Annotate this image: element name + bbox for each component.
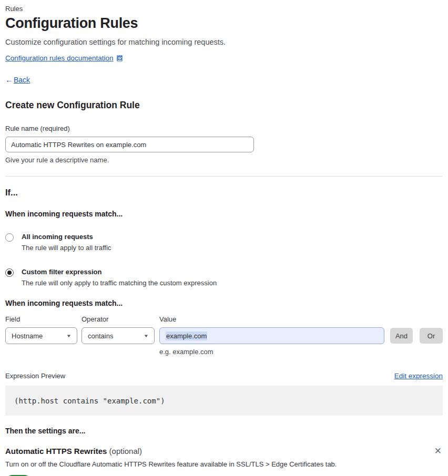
- or-button[interactable]: Or: [420, 328, 443, 344]
- operator-select[interactable]: contains ▼: [82, 327, 155, 344]
- operator-select-value: contains: [88, 332, 113, 340]
- radio-description: The rule will apply to all traffic: [22, 244, 111, 252]
- radio-custom-filter-expression[interactable]: Custom filter expression The rule will o…: [5, 268, 443, 287]
- section-divider: [5, 176, 443, 177]
- if-heading: If...: [5, 188, 443, 198]
- setting-name: Automatic HTTPS Rewrites: [5, 447, 107, 456]
- rule-name-label: Rule name (required): [5, 125, 443, 132]
- value-input[interactable]: example.com: [159, 327, 384, 344]
- value-help: e.g. example.com: [159, 348, 443, 356]
- setting-optional: (optional): [107, 447, 142, 456]
- radio-label: Custom filter expression: [22, 268, 217, 276]
- configuration-rules-page: Rules Configuration Rules Customize conf…: [0, 5, 448, 476]
- chevron-down-icon: ▼: [144, 334, 149, 338]
- back-link-row[interactable]: ← Back: [5, 75, 443, 84]
- and-button[interactable]: And: [390, 328, 413, 344]
- close-icon[interactable]: ✕: [433, 447, 443, 456]
- radio-all-incoming-requests[interactable]: All incoming requests The rule will appl…: [5, 233, 443, 252]
- rule-name-help: Give your rule a descriptive name.: [5, 156, 443, 164]
- external-link-icon: [116, 55, 123, 61]
- back-link[interactable]: Back: [14, 76, 30, 84]
- setting-description: Turn on or off the Cloudflare Automatic …: [5, 460, 443, 468]
- radio-unselected-icon[interactable]: [5, 233, 14, 242]
- value-input-text: example.com: [166, 332, 207, 340]
- page-title: Configuration Rules: [5, 15, 443, 32]
- create-rule-heading: Create new Configuration Rule: [5, 100, 443, 111]
- back-arrow-icon: ←: [5, 75, 13, 84]
- documentation-link[interactable]: Configuration rules documentation: [5, 54, 114, 62]
- radio-label: All incoming requests: [22, 233, 111, 241]
- page-subtitle: Customize configuration settings for mat…: [5, 38, 443, 46]
- radio-selected-icon[interactable]: [5, 268, 14, 277]
- match-label-1: When incoming requests match...: [5, 210, 443, 218]
- setting-title: Automatic HTTPS Rewrites (optional): [5, 447, 142, 456]
- field-select-value: Hostname: [12, 332, 43, 340]
- operator-label: Operator: [82, 315, 155, 323]
- match-label-2: When incoming requests match...: [5, 299, 443, 307]
- expression-preview-code: (http.host contains "example.com"): [5, 386, 443, 416]
- field-select[interactable]: Hostname ▼: [5, 327, 77, 344]
- then-settings-label: Then the settings are...: [5, 427, 443, 435]
- edit-expression-link[interactable]: Edit expression: [394, 372, 443, 380]
- expression-preview-label: Expression Preview: [5, 372, 65, 380]
- expression-builder-row: Field Hostname ▼ Operator contains ▼ Val…: [5, 315, 443, 344]
- rule-name-input[interactable]: [5, 137, 254, 152]
- radio-description: The rule will only apply to traffic matc…: [22, 279, 217, 287]
- chevron-down-icon: ▼: [66, 334, 72, 338]
- breadcrumb: Rules: [5, 5, 443, 13]
- value-label: Value: [159, 315, 384, 323]
- field-label: Field: [5, 315, 77, 323]
